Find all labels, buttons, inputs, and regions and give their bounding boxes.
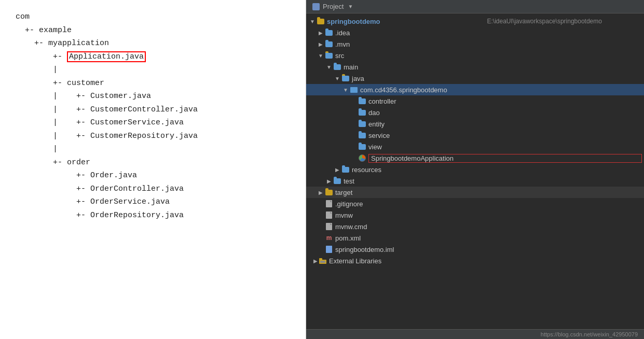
label-mvnw-cmd: mvnw.cmd bbox=[335, 223, 644, 231]
tree-item-mvnw[interactable]: mvnw bbox=[306, 209, 644, 221]
path-springbootdemo: E:\ideaUI\javaworkspace\springbootdemo bbox=[487, 18, 645, 25]
folder-icon-ext-libs bbox=[319, 257, 327, 265]
folder-icon-idea bbox=[325, 29, 333, 37]
tree-arrow-java bbox=[333, 76, 341, 81]
label-controller: controller bbox=[368, 97, 644, 105]
file-icon-gitignore bbox=[325, 200, 333, 208]
svg-rect-2 bbox=[320, 261, 325, 263]
label-view: view bbox=[368, 143, 644, 151]
tree-item-app-java[interactable]: SpringbootdemoApplication bbox=[306, 152, 644, 164]
folder-icon-src bbox=[325, 51, 333, 60]
tree-arrow-src bbox=[317, 53, 325, 59]
label-java: java bbox=[352, 75, 644, 82]
left-panel: com +- example +- myapplication +- Appli… bbox=[0, 0, 306, 339]
tree-item-entity[interactable]: entity bbox=[306, 118, 644, 130]
label-com-package: com.cd4356.springbootdemo bbox=[360, 86, 644, 94]
label-mvnw: mvnw bbox=[335, 211, 644, 219]
tree-item-service[interactable]: service bbox=[306, 130, 644, 141]
tree-arrow-resources bbox=[333, 167, 341, 173]
folder-icon-mvn bbox=[325, 40, 333, 48]
tree-item-springbootdemo-iml[interactable]: springbootdemo.iml bbox=[306, 244, 644, 255]
label-springbootdemo: springbootdemo bbox=[327, 18, 484, 25]
folder-icon-controller bbox=[358, 97, 366, 105]
tree-item-springbootdemo[interactable]: springbootdemo E:\ideaUI\javaworkspace\s… bbox=[306, 16, 644, 27]
panel-header-icon bbox=[312, 3, 320, 10]
tree-arrow-main bbox=[325, 64, 333, 70]
tree-arrow-ext-libs bbox=[310, 258, 319, 264]
tree-item-external-libraries[interactable]: External Libraries bbox=[306, 255, 644, 266]
svg-rect-1 bbox=[319, 258, 322, 260]
java-icon-app bbox=[358, 154, 366, 162]
right-panel: Project ▼ springbootdemo E:\ideaUI\javaw… bbox=[306, 0, 644, 339]
folder-icon-springbootdemo bbox=[317, 17, 325, 25]
tree-item-controller[interactable]: controller bbox=[306, 95, 644, 107]
label-test: test bbox=[344, 177, 644, 185]
tree-item-view[interactable]: view bbox=[306, 141, 644, 152]
label-app-java: SpringbootdemoApplication bbox=[368, 154, 642, 163]
label-springbootdemo-iml: springbootdemo.iml bbox=[335, 246, 644, 253]
tree-item-java[interactable]: java bbox=[306, 73, 644, 84]
tree-item-idea[interactable]: .idea bbox=[306, 27, 644, 38]
panel-header: Project ▼ bbox=[306, 0, 644, 13]
tree-item-main[interactable]: main bbox=[306, 61, 644, 73]
label-entity: entity bbox=[368, 120, 644, 128]
tree-arrow-idea bbox=[317, 30, 325, 36]
folder-icon-target bbox=[325, 188, 333, 196]
label-idea: .idea bbox=[335, 29, 644, 37]
xml-icon-pom: m bbox=[325, 234, 333, 242]
folder-icon-dao bbox=[358, 108, 366, 117]
tree-item-src[interactable]: src bbox=[306, 50, 644, 61]
label-resources: resources bbox=[352, 166, 644, 174]
folder-icon-main bbox=[333, 63, 341, 71]
tree-item-test[interactable]: test bbox=[306, 175, 644, 187]
tree-item-pom-xml[interactable]: m pom.xml bbox=[306, 232, 644, 244]
tree-container[interactable]: springbootdemo E:\ideaUI\javaworkspace\s… bbox=[306, 13, 644, 329]
label-gitignore: .gitignore bbox=[335, 200, 644, 208]
tree-item-mvnw-cmd[interactable]: mvnw.cmd bbox=[306, 221, 644, 232]
label-dao: dao bbox=[368, 109, 644, 117]
label-src: src bbox=[335, 52, 644, 60]
tree-arrow-com-package bbox=[341, 87, 350, 93]
folder-icon-entity bbox=[358, 120, 366, 128]
package-icon-com bbox=[350, 86, 358, 94]
label-ext-libs: External Libraries bbox=[329, 257, 644, 265]
folder-icon-resources bbox=[341, 165, 350, 174]
label-mvn: .mvn bbox=[335, 40, 644, 48]
label-main: main bbox=[344, 63, 644, 71]
tree-arrow-test bbox=[325, 178, 333, 184]
tree-arrow-springbootdemo bbox=[308, 19, 317, 24]
label-pom-xml: pom.xml bbox=[335, 234, 644, 242]
label-service: service bbox=[368, 132, 644, 139]
tree-arrow-mvn bbox=[317, 41, 325, 47]
folder-icon-service bbox=[358, 131, 366, 139]
folder-icon-java bbox=[341, 74, 350, 82]
bottom-url: https://blog.csdn.net/weixin_42950079 bbox=[541, 331, 638, 337]
panel-header-arrow: ▼ bbox=[348, 4, 353, 9]
tree-item-mvn[interactable]: .mvn bbox=[306, 38, 644, 50]
iml-icon-springbootdemo bbox=[325, 245, 333, 253]
tree-arrow-target bbox=[317, 190, 325, 195]
tree-item-com-package[interactable]: com.cd4356.springbootdemo bbox=[306, 84, 644, 95]
file-icon-mvnw-cmd bbox=[325, 222, 333, 231]
tree-item-dao[interactable]: dao bbox=[306, 107, 644, 118]
tree-text: com +- example +- myapplication +- Appli… bbox=[16, 10, 290, 222]
panel-header-title: Project bbox=[323, 3, 344, 10]
tree-item-target[interactable]: target bbox=[306, 187, 644, 198]
bottom-bar: https://blog.csdn.net/weixin_42950079 bbox=[306, 329, 644, 339]
folder-icon-test bbox=[333, 177, 341, 185]
file-icon-mvnw bbox=[325, 211, 333, 219]
application-java-highlight: Application.java bbox=[67, 51, 146, 62]
tree-item-resources[interactable]: resources bbox=[306, 164, 644, 175]
folder-icon-view bbox=[358, 143, 366, 151]
label-target: target bbox=[335, 189, 644, 196]
tree-item-gitignore[interactable]: .gitignore bbox=[306, 198, 644, 209]
